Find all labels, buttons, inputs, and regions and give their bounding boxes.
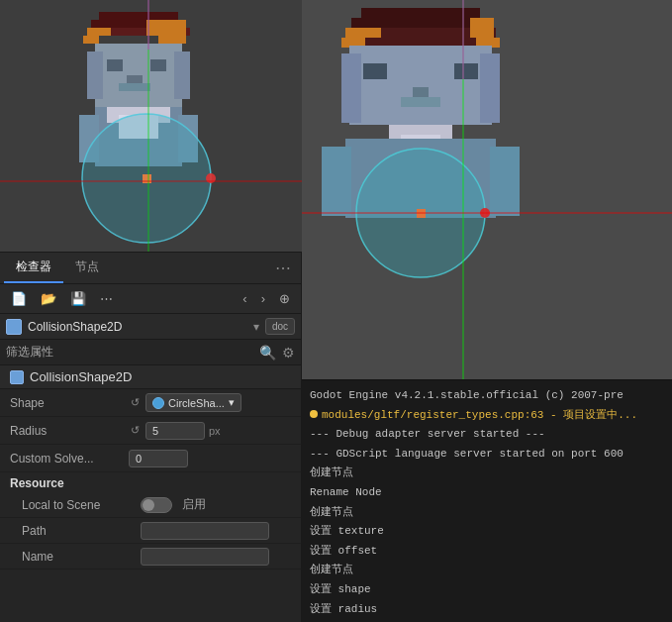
console-line-10: 设置 shape bbox=[310, 580, 664, 600]
svg-rect-5 bbox=[87, 28, 111, 36]
radius-reset-button[interactable]: ↺ bbox=[129, 424, 142, 437]
custom-solve-value bbox=[129, 450, 291, 467]
filter-search-button[interactable]: 🔍 bbox=[259, 345, 276, 361]
shape-value: ↺ CircleSha... ▾ bbox=[129, 393, 291, 412]
node-dropdown-icon[interactable]: ▾ bbox=[253, 320, 259, 334]
shape-label: Shape bbox=[10, 396, 129, 410]
toggle-knob bbox=[143, 499, 154, 511]
svg-rect-34 bbox=[470, 18, 494, 38]
section-icon bbox=[10, 370, 24, 384]
viewport[interactable] bbox=[302, 0, 672, 379]
console-text-8: 设置 texture bbox=[310, 523, 384, 541]
section-header: CollisionShape2D bbox=[0, 365, 301, 389]
name-input[interactable] bbox=[141, 548, 269, 566]
filter-settings-button[interactable]: ⚙ bbox=[282, 345, 295, 361]
local-to-scene-row: Local to Scene 启用 bbox=[0, 492, 301, 518]
svg-rect-29 bbox=[361, 8, 480, 18]
nav-back-icon: ‹ bbox=[242, 291, 246, 306]
svg-rect-41 bbox=[454, 63, 478, 79]
svg-rect-13 bbox=[150, 59, 166, 71]
shape-reset-button[interactable]: ↺ bbox=[129, 396, 142, 409]
console-line: Godot Engine v4.2.1.stable.official (c) … bbox=[310, 386, 664, 406]
console-text-6: Rename Node bbox=[310, 484, 382, 502]
name-value bbox=[141, 548, 291, 566]
save-file-icon: 💾 bbox=[70, 291, 86, 306]
radius-label: Radius bbox=[10, 424, 129, 438]
bookmark-button[interactable]: ⊕ bbox=[274, 288, 295, 309]
properties-area: CollisionShape2D Shape ↺ CircleSha... ▾ bbox=[0, 365, 301, 622]
nav-forward-button[interactable]: › bbox=[256, 288, 270, 309]
new-file-icon: 📄 bbox=[11, 291, 27, 306]
name-label: Name bbox=[22, 550, 141, 564]
svg-rect-33 bbox=[345, 28, 381, 38]
svg-rect-37 bbox=[349, 46, 492, 125]
left-panel: 检查器 节点 ⋯ 📄 📂 💾 ⋯ ‹ bbox=[0, 0, 302, 622]
console-warning-dot bbox=[310, 410, 318, 418]
svg-rect-47 bbox=[322, 147, 351, 216]
save-file-button[interactable]: 💾 bbox=[65, 288, 91, 309]
scene-view bbox=[0, 0, 302, 253]
open-file-button[interactable]: 📂 bbox=[36, 288, 61, 309]
inspector-toolbar: 📄 📂 💾 ⋯ ‹ › ⊕ bbox=[0, 284, 301, 314]
nav-back-button[interactable]: ‹ bbox=[238, 288, 251, 309]
custom-solve-property-row: Custom Solve... bbox=[0, 445, 301, 472]
console-line-2: --- Debug adapter server started --- bbox=[310, 425, 664, 445]
resource-header: Resource bbox=[0, 472, 301, 492]
custom-solve-input[interactable] bbox=[129, 450, 188, 467]
shape-dropdown[interactable]: CircleSha... ▾ bbox=[145, 393, 241, 412]
console-text-4: --- GDScript language server started on … bbox=[310, 446, 624, 464]
open-file-icon: 📂 bbox=[41, 291, 56, 306]
name-row: Name bbox=[0, 544, 301, 570]
local-to-scene-label: Local to Scene bbox=[22, 498, 141, 512]
new-file-button[interactable]: 📄 bbox=[6, 288, 32, 309]
svg-rect-2 bbox=[99, 12, 178, 20]
console-line-9: 创建节点 bbox=[310, 561, 664, 580]
local-to-scene-toggle[interactable] bbox=[141, 497, 172, 513]
svg-rect-38 bbox=[341, 53, 361, 123]
settings-icon: ⚙ bbox=[282, 345, 295, 361]
svg-rect-40 bbox=[363, 63, 387, 79]
svg-rect-15 bbox=[119, 83, 150, 91]
radius-input[interactable] bbox=[145, 422, 205, 440]
console-line-warning: modules/gltf/register_types.cpp:63 - 项目设… bbox=[310, 406, 664, 426]
svg-rect-11 bbox=[174, 52, 190, 99]
more-options-button[interactable]: ⋯ bbox=[95, 288, 118, 309]
radius-value: ↺ px bbox=[129, 422, 291, 440]
node-doc-button[interactable]: doc bbox=[265, 318, 295, 335]
radius-unit: px bbox=[209, 425, 221, 437]
svg-rect-14 bbox=[127, 75, 143, 83]
console-text-9: 设置 offset bbox=[310, 543, 377, 561]
bookmark-icon: ⊕ bbox=[279, 291, 290, 306]
console-line-7: 设置 texture bbox=[310, 522, 664, 542]
svg-rect-30 bbox=[351, 18, 490, 28]
svg-rect-48 bbox=[490, 147, 520, 216]
svg-rect-42 bbox=[413, 87, 429, 97]
search-icon: 🔍 bbox=[259, 345, 276, 361]
tab-inspector[interactable]: 检查器 bbox=[4, 253, 63, 283]
console-text-1: Godot Engine v4.2.1.stable.official (c) … bbox=[310, 387, 624, 405]
path-label: Path bbox=[22, 524, 141, 538]
svg-rect-12 bbox=[107, 59, 123, 71]
node-selector: CollisionShape2D ▾ doc bbox=[0, 314, 301, 340]
path-row: Path bbox=[0, 518, 301, 544]
section-title: CollisionShape2D bbox=[30, 369, 132, 384]
tab-nodes[interactable]: 节点 bbox=[63, 253, 111, 283]
inspector-tabs: 检查器 节点 ⋯ bbox=[0, 253, 301, 284]
filter-label: 筛选属性 bbox=[6, 344, 53, 361]
console-line-8: 设置 offset bbox=[310, 542, 664, 562]
tabs-more-icon[interactable]: ⋯ bbox=[269, 255, 297, 281]
node-name-label: CollisionShape2D bbox=[28, 320, 247, 334]
console-line-11: 设置 radius bbox=[310, 600, 664, 620]
console-text-11: 设置 shape bbox=[310, 581, 371, 599]
console-panel: Godot Engine v4.2.1.stable.official (c) … bbox=[302, 379, 672, 622]
svg-rect-7 bbox=[83, 36, 99, 44]
filter-bar: 筛选属性 🔍 ⚙ bbox=[0, 340, 301, 365]
console-text-2: modules/gltf/register_types.cpp:63 - 项目设… bbox=[322, 407, 637, 425]
radius-property-row: Radius ↺ px bbox=[0, 417, 301, 445]
console-line-4: 创建节点 bbox=[310, 464, 664, 483]
custom-solve-label: Custom Solve... bbox=[10, 452, 129, 466]
svg-rect-39 bbox=[480, 53, 500, 123]
path-input[interactable] bbox=[141, 522, 269, 540]
inspector-panel: 检查器 节点 ⋯ 📄 📂 💾 ⋯ ‹ bbox=[0, 253, 301, 622]
nav-forward-icon: › bbox=[261, 291, 265, 306]
